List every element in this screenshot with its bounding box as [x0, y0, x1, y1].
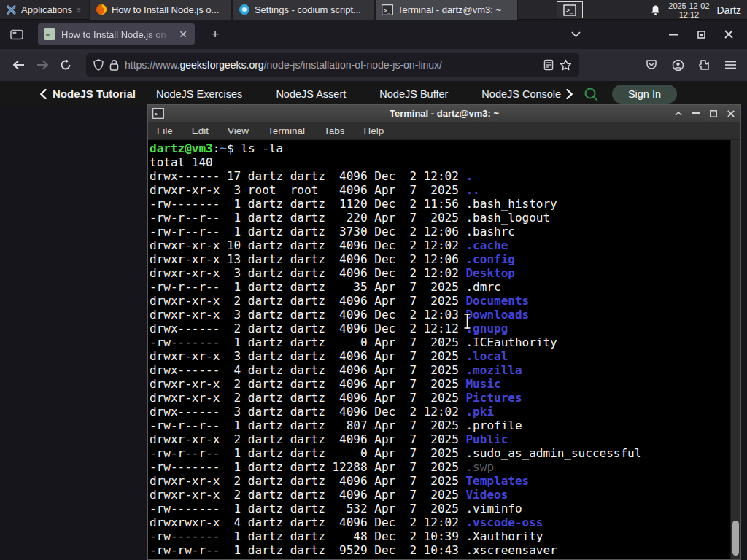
- file-name: .dmrc: [465, 280, 500, 294]
- site-subnav-item[interactable]: NodeJS Buffer: [379, 88, 448, 100]
- reload-button[interactable]: [54, 53, 77, 77]
- terminal-menu-terminal[interactable]: Terminal: [268, 125, 305, 136]
- terminal-minimize-button[interactable]: [690, 108, 701, 119]
- file-name: .bash_history: [465, 197, 557, 211]
- terminal-line: drwxr-xr-x 10 dartz dartz 4096 Dec 2 12:…: [150, 238, 740, 252]
- clock-time: 12:12: [668, 10, 709, 19]
- nodejs-tutorial-link[interactable]: NodeJS Tutorial: [40, 88, 136, 100]
- browser-tab-active[interactable]: ∞ How to Install Node.js on ✕: [38, 23, 195, 45]
- firefox-icon: [96, 4, 107, 15]
- file-name: .swp: [465, 460, 494, 474]
- browser-window-controls: [565, 20, 747, 49]
- terminal-line: drwxr-xr-x 2 dartz dartz 4096 Apr 7 2025…: [150, 474, 740, 488]
- terminal-shade-button[interactable]: [673, 108, 684, 119]
- file-name: .bashrc: [465, 225, 514, 238]
- terminal-line: drwxr-xr-x 2 dartz dartz 4096 Apr 7 2025…: [150, 488, 740, 502]
- file-name: .viminfo: [465, 502, 522, 516]
- file-name: Templates: [465, 474, 529, 488]
- terminal-menu-help[interactable]: Help: [364, 125, 384, 136]
- terminal-window: >_ Terminal - dartz@vm3: ~ FileEditViewT…: [147, 104, 741, 560]
- back-button[interactable]: [7, 53, 31, 77]
- url-text: https://www.geeksforgeeks.org/node-js/in…: [125, 59, 538, 71]
- file-name: Videos: [465, 488, 508, 502]
- file-name: .gnupg: [465, 322, 508, 335]
- bookmark-star-icon[interactable]: [560, 59, 572, 71]
- active-window-tray-icon[interactable]: >_: [557, 1, 583, 18]
- hamburger-menu-icon[interactable]: [719, 54, 741, 76]
- panel-clock[interactable]: 2025-12-02 12:12: [668, 1, 709, 19]
- extensions-puzzle-icon[interactable]: [693, 54, 715, 76]
- terminal-menu-edit[interactable]: Edit: [192, 125, 209, 136]
- file-name: Desktop: [465, 266, 514, 280]
- sign-in-button[interactable]: Sign In: [612, 85, 677, 104]
- user-menu[interactable]: Dartz: [717, 4, 741, 16]
- forward-button[interactable]: [31, 53, 54, 77]
- chevron-left-icon: [40, 89, 47, 99]
- terminal-icon: >_: [382, 4, 393, 15]
- applications-menu-button[interactable]: Applications ≡: [0, 0, 89, 20]
- terminal-line: drwx------ 3 dartz dartz 4096 Dec 2 12:0…: [150, 405, 740, 419]
- terminal-maximize-button[interactable]: [708, 108, 719, 119]
- terminal-line: drwxr-xr-x 2 dartz dartz 4096 Apr 7 2025…: [150, 294, 740, 308]
- terminal-menu-tabs[interactable]: Tabs: [324, 125, 345, 136]
- terminal-scrollbar-thumb[interactable]: [732, 521, 739, 556]
- terminal-close-button[interactable]: [725, 108, 736, 119]
- tab-close-icon[interactable]: ✕: [177, 28, 189, 40]
- pocket-save-icon[interactable]: [640, 54, 662, 76]
- file-name: .Xauthority: [465, 529, 543, 543]
- terminal-line: -rw------- 1 dartz dartz 12288 Apr 7 202…: [150, 460, 740, 474]
- terminal-window-title: Terminal - dartz@vm3: ~: [148, 108, 740, 119]
- panel-window-button-terminal[interactable]: >_Terminal - dartz@vm3: ~: [375, 0, 518, 20]
- terminal-line: drwxr-xr-x 3 root root 4096 Apr 7 2025 .…: [150, 183, 740, 197]
- file-name: .config: [465, 252, 514, 266]
- terminal-line: drwxr-xr-x 3 dartz dartz 4096 Apr 7 2025…: [150, 349, 740, 363]
- terminal-icon: >_: [563, 4, 576, 16]
- window-button-label: Terminal - dartz@vm3: ~: [398, 4, 501, 15]
- geeksforgeeks-favicon: ∞: [44, 28, 55, 40]
- terminal-scrollbar[interactable]: [730, 140, 740, 559]
- file-name: Downloads: [465, 308, 529, 322]
- svg-text:>_: >_: [384, 7, 391, 13]
- panel-window-button-firefox[interactable]: How to Install Node.js o...: [89, 0, 232, 20]
- terminal-line: -rw-r--r-- 1 dartz dartz 807 Apr 7 2025 …: [150, 419, 740, 432]
- reader-mode-icon[interactable]: [543, 59, 554, 71]
- terminal-line: -rw------- 1 dartz dartz 532 Apr 7 2025 …: [150, 502, 740, 516]
- browser-close-button[interactable]: [718, 25, 740, 44]
- terminal-line: drwx------ 2 dartz dartz 4096 Dec 2 12:1…: [150, 322, 740, 335]
- site-subnav-item[interactable]: NodeJS Console: [481, 88, 561, 100]
- terminal-line: total 140: [150, 155, 740, 169]
- terminal-line: drwxr-xr-x 2 dartz dartz 4096 Apr 7 2025…: [150, 391, 740, 405]
- applications-label: Applications: [21, 4, 72, 15]
- site-subnav-item[interactable]: NodeJS Assert: [276, 88, 346, 100]
- terminal-line: drwxrwxr-x 4 dartz dartz 4096 Dec 2 12:0…: [150, 516, 740, 529]
- new-tab-button[interactable]: +: [205, 26, 225, 42]
- list-all-tabs-chevron-icon[interactable]: [565, 25, 587, 44]
- notification-bell-icon[interactable]: [650, 4, 661, 16]
- lock-icon[interactable]: [109, 59, 119, 71]
- site-search-icon[interactable]: [583, 86, 599, 102]
- terminal-menu-view[interactable]: View: [228, 125, 249, 136]
- url-bar[interactable]: https://www.geeksforgeeks.org/node-js/in…: [86, 53, 579, 77]
- site-subnav: NodeJS Tutorial NodeJS ExercisesNodeJS A…: [0, 82, 747, 106]
- terminal-line: drwxr-xr-x 2 dartz dartz 4096 Apr 7 2025…: [150, 377, 740, 391]
- terminal-titlebar[interactable]: >_ Terminal - dartz@vm3: ~: [148, 105, 740, 122]
- account-icon[interactable]: [667, 54, 689, 76]
- file-name: .: [465, 169, 473, 183]
- terminal-prompt-line: dartz@vm3:~$ ls -la: [150, 141, 740, 155]
- tracking-shield-icon[interactable]: [93, 59, 104, 71]
- terminal-icon: >_: [152, 108, 164, 119]
- terminal-output[interactable]: dartz@vm3:~$ ls -latotal 140drwx------ 1…: [148, 140, 740, 559]
- desktop-panel: Applications ≡ How to Install Node.js o.…: [0, 0, 747, 20]
- firefox-view-button[interactable]: [6, 24, 28, 44]
- terminal-menu-file[interactable]: File: [157, 125, 173, 136]
- terminal-line: -rw-r--r-- 1 dartz dartz 0 Apr 7 2025 .s…: [150, 446, 740, 460]
- terminal-menubar: FileEditViewTerminalTabsHelp: [148, 122, 740, 140]
- terminal-line: drwxr-xr-x 2 dartz dartz 4096 Apr 7 2025…: [150, 432, 740, 446]
- panel-window-button-codium[interactable]: Settings - codium script...: [232, 0, 375, 20]
- window-button-label: How to Install Node.js o...: [112, 4, 219, 15]
- site-subnav-item[interactable]: NodeJS Exercises: [156, 88, 242, 100]
- chevron-right-icon[interactable]: [566, 89, 573, 99]
- browser-maximize-button[interactable]: [690, 25, 712, 44]
- codium-icon: [239, 4, 250, 15]
- browser-minimize-button[interactable]: [662, 25, 684, 44]
